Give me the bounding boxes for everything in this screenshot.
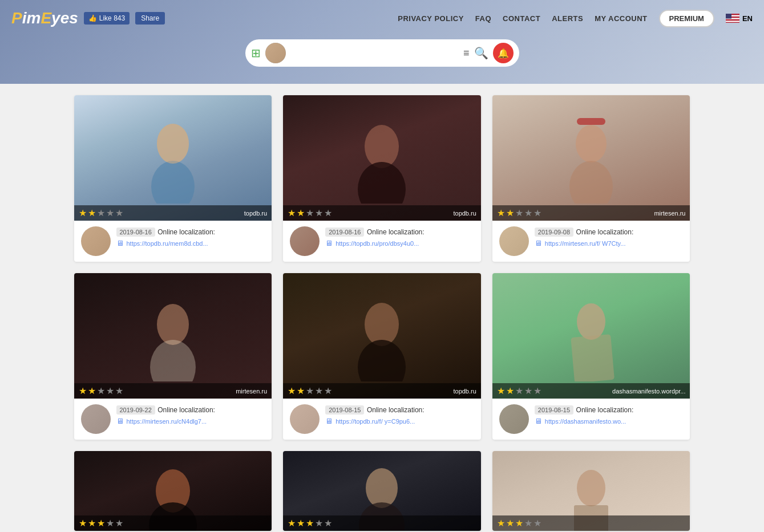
fb-like-button[interactable]: 👍 Like 843 (84, 12, 130, 25)
face-graphic (353, 290, 410, 381)
detail-info: 2019-08-16 Online localization: 🖥 https:… (325, 226, 474, 247)
detail-label: Online localization: (576, 228, 634, 236)
detail-avatar (81, 226, 111, 256)
detail-date: 2019-08-16 (116, 228, 155, 237)
card-footer-bar: ★ ★ ★ ★ ★ topdb.ru (74, 205, 272, 221)
detail-info: 2019-08-16 Online localization: 🖥 https:… (116, 226, 265, 247)
url-icon: 🖥 (535, 239, 542, 247)
result-card[interactable]: ★ ★ ★ ★ ★ topdb.ru 2019-08-16 Online loc… (283, 95, 481, 262)
svg-point-17 (157, 304, 189, 345)
detail-url-row: 🖥 https://mirtesen.ru/f/ W7Cty... (535, 239, 684, 247)
star-rating: ★ ★ ★ ★ ★ (497, 385, 541, 396)
detail-avatar (499, 404, 529, 434)
nav-faq[interactable]: FAQ (475, 14, 491, 23)
result-card[interactable]: ★ ★ ★ ★ ★ topdb.ru 2019-08-16 Online loc… (74, 95, 272, 262)
card-footer-bar: ★ ★ ★ ★ ★ topdb.ru (283, 383, 481, 399)
detail-url-row: 🖥 https://dashasmanifesto.wo... (535, 417, 684, 425)
svg-rect-22 (571, 334, 615, 381)
card-details: 2019-09-08 Online localization: 🖥 https:… (492, 221, 690, 262)
star-rating: ★ ★ ★ ★ ★ (79, 385, 123, 396)
url-icon: 🖥 (535, 417, 542, 425)
detail-avatar (499, 226, 529, 256)
url-icon: 🖥 (325, 417, 333, 425)
detail-date: 2019-09-08 (535, 228, 573, 237)
card-details: 2019-09-22 Online localization: 🖥 https:… (74, 399, 272, 440)
header-top: PimEyes 👍 Like 843 Share PRIVACY POLICY … (11, 6, 753, 31)
detail-url-row: 🖥 https://topdb.ru/f/ y=C9pu6... (325, 417, 474, 425)
premium-label: PREMIUM (669, 14, 704, 23)
card-image (74, 273, 272, 399)
detail-url-row: 🖥 https://topdb.ru/pro/dbsy4u0... (325, 239, 474, 247)
nav-links: PRIVACY POLICY FAQ CONTACT ALERTS MY ACC… (398, 10, 753, 27)
card-source: mirtesen.ru (236, 388, 267, 395)
svg-point-25 (366, 468, 398, 508)
star-rating: ★ ★ ★ ★ ★ (288, 208, 332, 218)
svg-point-27 (577, 470, 605, 506)
card-image-container: ★ ★ ★ ★ ★ (283, 451, 481, 531)
search-button[interactable]: 🔍 (474, 46, 488, 60)
search-thumb-image (265, 43, 286, 63)
card-image-container: ★ ★ ★ ★ ★ (74, 451, 272, 531)
nav-privacy-policy[interactable]: PRIVACY POLICY (398, 14, 464, 23)
card-details: 2019-08-16 Online localization: 🖥 https:… (283, 221, 481, 262)
face-graphic (144, 290, 201, 381)
face-graphic (144, 112, 201, 204)
svg-point-14 (576, 125, 607, 163)
result-card[interactable]: ★ ★ ★ ★ ★ topdb.ru 2019-08-15 Online loc… (283, 273, 481, 440)
card-image-container: ★ ★ ★ ★ ★ topdb.ru (74, 95, 272, 221)
nav-contact[interactable]: CONTACT (503, 14, 540, 23)
detail-url: https://topdb.ru/pro/dbsy4u0... (335, 240, 419, 247)
result-card[interactable]: ★ ★ ★ ★ ★ (74, 451, 272, 531)
premium-button[interactable]: PREMIUM (659, 10, 714, 27)
nav-alerts[interactable]: ALERTS (552, 14, 583, 23)
result-card[interactable]: ★ ★ ★ ★ ★ mirtesen.ru 2019-09-22 Online … (74, 273, 272, 440)
star-rating: ★ ★ ★ ★ ★ (288, 385, 332, 396)
fb-like-label: Like 843 (99, 14, 125, 22)
result-card[interactable]: ★ ★ ★ ★ ★ mirtesen.ru 2019-09-08 Online … (492, 95, 690, 262)
face-graphic (353, 112, 410, 204)
detail-avatar (290, 226, 320, 256)
detail-url-row: 🖥 https://topdb.ru/mem8d.cbd... (116, 239, 265, 247)
card-image (74, 95, 272, 221)
results-grid: ★ ★ ★ ★ ★ topdb.ru 2019-08-16 Online loc… (74, 95, 690, 531)
card-image-container: ★ ★ ★ ★ ★ (492, 451, 690, 531)
detail-avatar (290, 404, 320, 434)
result-card[interactable]: ★ ★ ★ ★ ★ (492, 451, 690, 531)
language-selector[interactable]: EN (726, 14, 753, 23)
url-icon: 🖥 (325, 239, 333, 247)
svg-rect-6 (726, 21, 739, 22)
filter-icon[interactable]: ≡ (463, 47, 470, 59)
url-icon: 🖥 (116, 239, 124, 247)
svg-rect-5 (726, 19, 739, 21)
star-rating: ★ ★ ★ ★ ★ (79, 208, 123, 218)
face-graphic (563, 290, 620, 381)
card-details: 2019-08-15 Online localization: 🖥 https:… (283, 399, 481, 440)
alert-button[interactable]: 🔔 (493, 43, 514, 63)
svg-point-10 (151, 161, 195, 204)
detail-label: Online localization: (157, 228, 215, 236)
card-source: topdb.ru (453, 388, 476, 395)
card-image (283, 95, 481, 221)
svg-point-11 (157, 124, 189, 164)
search-thumbnail (265, 43, 286, 63)
fb-share-button[interactable]: Share (135, 12, 165, 25)
lang-label: EN (742, 14, 753, 23)
url-icon: 🖥 (116, 417, 124, 425)
card-image (492, 273, 690, 399)
card-image-container: ★ ★ ★ ★ ★ dashasmanifesto.wordpr... (492, 273, 690, 399)
detail-label: Online localization: (157, 406, 215, 414)
result-card[interactable]: ★ ★ ★ ★ ★ (283, 451, 481, 531)
detail-url: https://dashasmanifesto.wo... (545, 418, 626, 425)
detail-info: 2019-08-15 Online localization: 🖥 https:… (535, 404, 684, 425)
detail-info: 2019-09-22 Online localization: 🖥 https:… (116, 404, 265, 425)
detail-url: https://topdb.ru/mem8d.cbd... (127, 240, 208, 247)
svg-point-15 (569, 161, 613, 204)
detail-url: https://topdb.ru/f/ y=C9pu6... (335, 418, 415, 425)
card-footer-bar: ★ ★ ★ ★ ★ topdb.ru (283, 205, 481, 221)
result-card[interactable]: ★ ★ ★ ★ ★ dashasmanifesto.wordpr... 2019… (492, 273, 690, 440)
card-footer-bar: ★ ★ ★ ★ ★ dashasmanifesto.wordpr... (492, 383, 690, 399)
nav-my-account[interactable]: MY ACCOUNT (595, 14, 647, 23)
search-bar: ⊞ ≡ 🔍 🔔 (245, 39, 519, 67)
upload-icon[interactable]: ⊞ (251, 46, 261, 60)
card-image-container: ★ ★ ★ ★ ★ mirtesen.ru (74, 273, 272, 399)
